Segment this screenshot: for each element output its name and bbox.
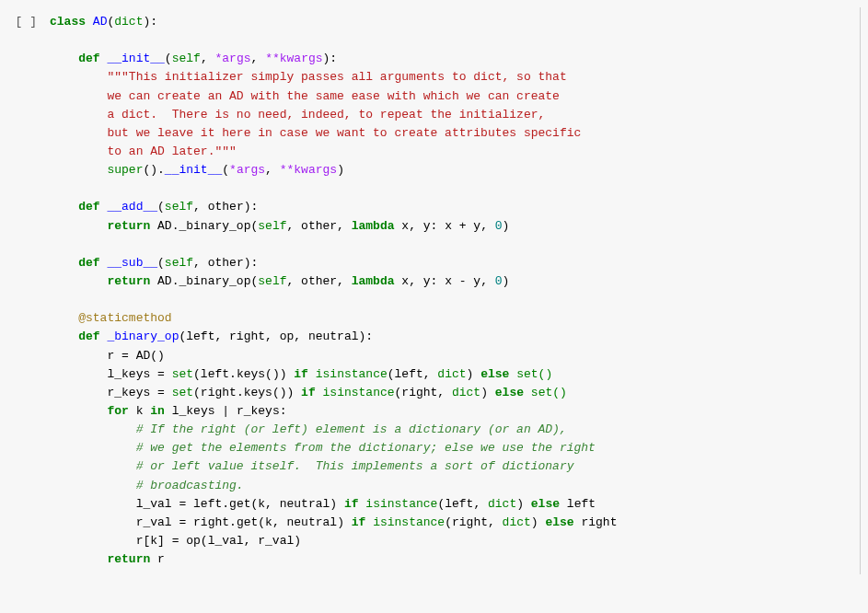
kw-else: else [495,386,524,399]
isinstance: isinstance [323,386,395,399]
tail: left [567,497,596,511]
get: get [237,515,258,529]
lval-var: l_val [136,497,172,511]
lambda-expr: x - y [445,274,480,288]
param-other: other [208,256,244,270]
right: right [193,515,229,529]
isinstance: isinstance [365,497,437,511]
rkeys-var: r_keys [107,386,150,399]
kw-lambda: lambda [352,274,395,288]
left: left [193,497,222,511]
super-init: __init__ [165,163,222,177]
decorator-static: @staticmethod [78,311,171,325]
dict: dict [503,515,531,529]
r-k-assign: r[k] = op(l_val, r_val) [136,534,301,548]
base-dict: dict [114,15,143,29]
code-content[interactable]: class AD(dict): def __init__(self, *args… [46,7,861,574]
kw-for: for [107,404,128,418]
self: self [258,274,286,288]
isinstance: isinstance [316,367,388,381]
code-cell: [ ] class AD(dict): def __init__(self, *… [0,7,861,574]
r-assign: r = AD() [107,349,164,363]
right: right [201,386,237,399]
fn-sub: __sub__ [107,256,157,270]
left: left [201,367,229,381]
docstring-l5: to an AD later.""" [107,145,236,158]
fn-add: __add__ [107,200,157,214]
keyword-class: class [50,15,86,29]
kw-return: return [107,219,150,233]
set: set [172,386,193,399]
docstring-l4: but we leave it here in case we want to … [107,126,581,140]
kw-return: return [107,552,150,566]
input-prompt: [ ] [0,7,46,31]
k: k [265,515,272,529]
comment-l3: # or left value itself. This implements … [136,459,574,473]
fn-init: __init__ [107,52,164,65]
super-args: *args [229,163,265,177]
loop-iter: l_keys | r_keys [172,404,280,418]
kw-else: else [531,497,560,511]
k: k [258,497,265,511]
dict: dict [488,497,516,511]
zero: 0 [495,219,503,233]
comment-l1: # If the right (or left) element is a di… [136,422,567,436]
kw-in: in [150,404,165,418]
get: get [229,497,250,511]
kw-if: if [352,515,366,529]
set-empty: set() [516,367,552,381]
kwargs: **kwargs [265,52,322,65]
args: *args [215,52,251,65]
docstring-l3: a dict. There is no need, indeed, to rep… [107,108,545,121]
super-kwargs: **kwargs [280,163,337,177]
rval-var: r_val [136,515,172,529]
kw-if: if [301,386,316,399]
kw-return: return [107,274,150,288]
kw-if: if [294,367,308,381]
kw-def: def [78,52,99,65]
return-r: r [157,552,165,566]
neutral: neutral [287,515,338,529]
lkeys-var: l_keys [107,367,150,381]
lambda-expr: x + y [445,219,480,233]
param-other: other [208,200,244,214]
zero: 0 [495,274,503,288]
kw-else: else [480,367,509,381]
isinstance: isinstance [373,515,445,529]
kw-def: def [78,200,99,214]
docstring-l1: """This initializer simply passes all ar… [107,70,566,84]
kw-lambda: lambda [352,219,395,233]
self: self [165,200,193,214]
keys: keys() [237,367,280,381]
comment-l4: # broadcasting. [136,479,244,492]
call-binaryop: AD._binary_op [157,274,250,288]
set: set [172,367,193,381]
kw-if: if [344,497,359,511]
docstring-l2: we can create an AD with the same ease w… [107,89,559,103]
fn-binaryop: _binary_op [107,330,179,343]
self: self [172,52,201,65]
dict: dict [452,386,480,399]
keys: keys() [244,386,287,399]
kw-def: def [78,256,99,270]
neutral: neutral [280,497,330,511]
binop-args: left, right, op, neutral [186,330,358,343]
self: self [165,256,193,270]
kw-def: def [78,330,99,343]
classname: AD [93,15,108,29]
comment-l2: # we get the elements from the dictionar… [136,441,596,455]
self: self [258,219,286,233]
super: super [107,163,143,177]
dict: dict [437,367,466,381]
tail: right [581,515,617,529]
kw-else: else [545,515,573,529]
loop-var: k [136,404,144,418]
set-empty: set() [531,386,567,399]
call-binaryop: AD._binary_op [157,219,250,233]
